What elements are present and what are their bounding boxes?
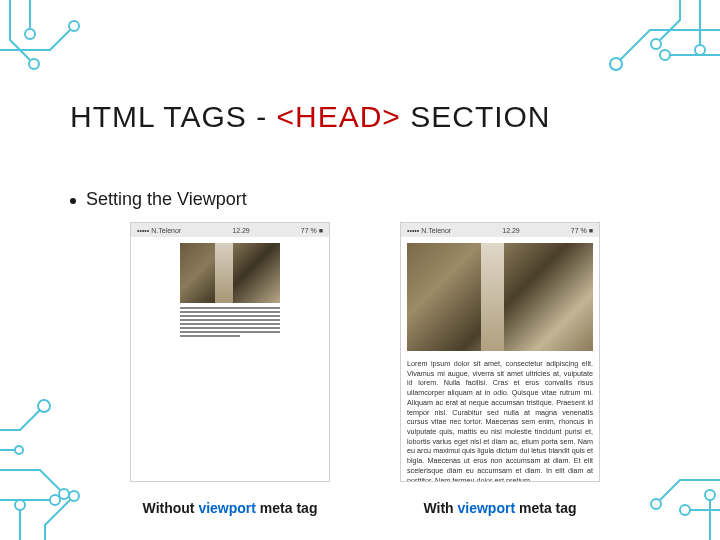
mini-text-block [180, 307, 280, 337]
title-part1: HTML TAGS - [70, 100, 276, 133]
bullet-text: Setting the Viewport [86, 189, 247, 210]
phone-comparison: ••••• N.Telenor 12.29 77 % ■ ••••• N.Tel… [130, 222, 650, 482]
time-label: 12.29 [232, 227, 250, 234]
phone-without-viewport: ••••• N.Telenor 12.29 77 % ■ [130, 222, 330, 482]
slide-title: HTML TAGS - <HEAD> SECTION [70, 100, 650, 134]
battery-label: 77 % ■ [301, 227, 323, 234]
caption-without: Without viewport meta tag [130, 500, 330, 516]
title-part3: SECTION [401, 100, 551, 133]
lorem-text: Lorem ipsum dolor sit amet, consectetur … [407, 359, 593, 482]
phone-body: Lorem ipsum dolor sit amet, consectetur … [401, 237, 599, 481]
caption-with: With viewport meta tag [400, 500, 600, 516]
time-label: 12.29 [502, 227, 520, 234]
bullet-item: Setting the Viewport [70, 189, 650, 210]
carrier-label: ••••• N.Telenor [407, 227, 451, 234]
status-bar: ••••• N.Telenor 12.29 77 % ■ [401, 223, 599, 237]
status-bar: ••••• N.Telenor 12.29 77 % ■ [131, 223, 329, 237]
phone-with-viewport: ••••• N.Telenor 12.29 77 % ■ Lorem ipsum… [400, 222, 600, 482]
sample-image [180, 243, 280, 303]
carrier-label: ••••• N.Telenor [137, 227, 181, 234]
caption-row: Without viewport meta tag With viewport … [130, 500, 650, 516]
phone-body [131, 237, 329, 481]
viewport-keyword: viewport [198, 500, 256, 516]
bullet-dot-icon [70, 198, 76, 204]
battery-label: 77 % ■ [571, 227, 593, 234]
mini-page [180, 243, 280, 337]
sample-image [407, 243, 593, 351]
viewport-keyword: viewport [458, 500, 516, 516]
title-head-tag: <HEAD> [276, 100, 400, 133]
